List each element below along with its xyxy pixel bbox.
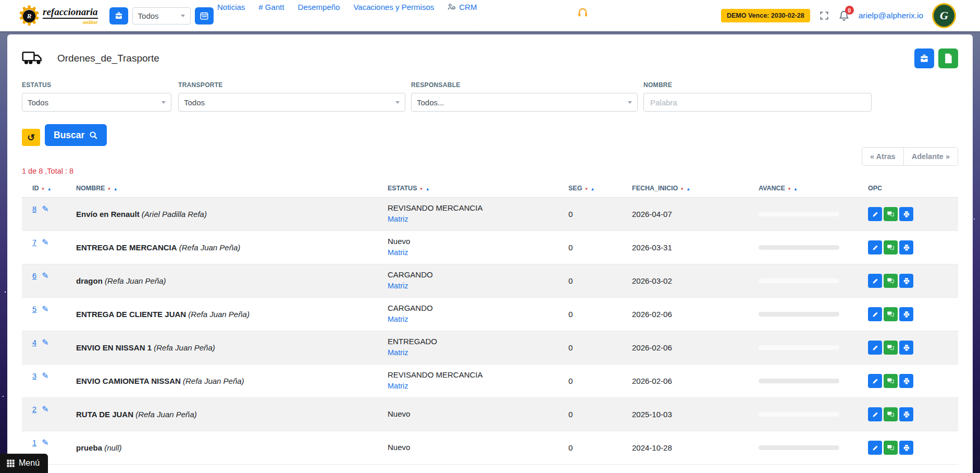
order-id-link[interactable]: 4 (32, 338, 36, 347)
col-header-avance[interactable]: AVANCE▼ ▲ (756, 180, 866, 198)
chevron-down-icon (395, 101, 400, 104)
branch-link[interactable]: Matriz (388, 248, 408, 257)
table-row: 8 ✎ Envío en Renault (Ariel Padilla Refa… (22, 198, 958, 231)
print-button[interactable] (899, 207, 913, 221)
col-header-fecha-inicio[interactable]: FECHA_INICIO▼ ▲ (630, 180, 756, 198)
edit-pencil-icon[interactable]: ✎ (42, 305, 48, 313)
comments-button[interactable] (884, 207, 898, 221)
filter-responsable-select[interactable]: Todos... (411, 93, 638, 112)
edit-pencil-icon[interactable]: ✎ (42, 204, 48, 213)
edit-order-button[interactable] (868, 274, 882, 288)
navbar-filter-select[interactable]: Todos (132, 7, 191, 25)
comments-button[interactable] (884, 307, 898, 321)
print-button[interactable] (899, 274, 913, 288)
edit-order-button[interactable] (868, 341, 882, 355)
nombre-search-input[interactable] (643, 93, 872, 112)
col-header-estatus[interactable]: ESTATUS▼ ▲ (386, 180, 566, 198)
filter-transporte-label: TRANSPORTE (178, 81, 405, 89)
order-id-link[interactable]: 5 (32, 305, 36, 313)
sort-asc-icon[interactable]: ▲ (114, 187, 118, 191)
branch-link[interactable]: Matriz (388, 215, 408, 223)
print-report-button[interactable] (914, 48, 934, 68)
print-button[interactable] (899, 307, 913, 321)
edit-pencil-icon[interactable]: ✎ (42, 238, 48, 247)
order-id-link[interactable]: 2 (32, 405, 36, 414)
edit-order-button[interactable] (868, 441, 882, 455)
sort-desc-icon[interactable]: ▼ (584, 187, 589, 191)
edit-pencil-icon[interactable]: ✎ (42, 271, 48, 280)
sort-desc-icon[interactable]: ▼ (107, 187, 112, 191)
toolbox-icon (114, 11, 123, 20)
filter-nombre-label: NOMBRE (643, 81, 872, 89)
brand-logo[interactable]: ⚙ R refaccionaria online (16, 0, 98, 31)
comments-button[interactable] (884, 240, 898, 254)
nav-link-gantt[interactable]: # Gantt (258, 3, 284, 11)
edit-order-button[interactable] (868, 240, 882, 254)
export-file-button[interactable] (938, 48, 958, 68)
comments-button[interactable] (884, 341, 898, 355)
menu-button[interactable]: Menú (0, 454, 48, 473)
comments-button[interactable] (884, 274, 898, 288)
edit-order-button[interactable] (868, 207, 882, 221)
sort-desc-icon[interactable]: ▼ (41, 187, 46, 191)
print-button[interactable] (899, 374, 913, 388)
sort-asc-icon[interactable]: ▲ (426, 187, 430, 191)
comments-button[interactable] (884, 441, 898, 455)
branch-link[interactable]: Matriz (388, 282, 408, 290)
comments-button[interactable] (884, 374, 898, 388)
col-header-seg[interactable]: SEG▼ ▲ (566, 180, 630, 198)
reset-filters-button[interactable]: ↺ (22, 129, 40, 146)
user-email-link[interactable]: arielp@alpherix.io (859, 11, 923, 20)
branch-link[interactable]: Matriz (388, 348, 408, 357)
edit-order-button[interactable] (868, 307, 882, 321)
print-button[interactable] (899, 441, 913, 455)
org-logo[interactable]: G (932, 3, 956, 28)
progress-bar (759, 412, 839, 417)
sort-asc-icon[interactable]: ▲ (686, 187, 691, 191)
print-button[interactable] (899, 341, 913, 355)
order-id-link[interactable]: 7 (32, 238, 36, 247)
sort-asc-icon[interactable]: ▲ (47, 187, 52, 191)
branch-link[interactable]: Matriz (388, 382, 408, 390)
branch-link[interactable]: Matriz (388, 315, 408, 323)
order-id-link[interactable]: 8 (32, 205, 36, 213)
buscar-button[interactable]: Buscar (45, 124, 107, 146)
print-button[interactable] (899, 407, 913, 421)
notifications-bell[interactable]: 0 (838, 9, 850, 22)
col-header-nombre[interactable]: NOMBRE▼ ▲ (74, 180, 386, 198)
edit-pencil-icon[interactable]: ✎ (42, 438, 48, 447)
sort-desc-icon[interactable]: ▼ (419, 187, 424, 191)
order-id-link[interactable]: 6 (32, 272, 36, 280)
order-id-link[interactable]: 3 (32, 372, 36, 380)
fullscreen-icon[interactable] (819, 10, 829, 21)
prev-page-button[interactable]: « Atras (862, 148, 904, 165)
sort-asc-icon[interactable]: ▲ (793, 187, 798, 191)
nav-link-vacaciones[interactable]: Vacaciones y Permisos (353, 3, 434, 11)
edit-pencil-icon[interactable]: ✎ (42, 371, 48, 380)
demo-expiry-badge: DEMO Vence: 2030-02-28 (721, 9, 810, 22)
nav-link-noticias[interactable]: Noticias (217, 3, 245, 11)
filter-transporte-select[interactable]: Todos (178, 93, 405, 112)
sort-desc-icon[interactable]: ▼ (680, 187, 685, 191)
toolbox-button[interactable] (109, 7, 128, 25)
edit-pencil-icon[interactable]: ✎ (42, 338, 48, 347)
nav-link-crm[interactable]: CRM (448, 3, 477, 11)
printer-icon (903, 244, 910, 251)
edit-order-button[interactable] (868, 407, 882, 421)
comments-button[interactable] (884, 407, 898, 421)
printer-icon (903, 211, 910, 218)
edit-order-button[interactable] (868, 374, 882, 388)
calendar-button[interactable] (195, 7, 214, 25)
next-page-button[interactable]: Adelante » (904, 148, 958, 165)
edit-pencil-icon[interactable]: ✎ (42, 405, 48, 414)
sort-desc-icon[interactable]: ▼ (787, 187, 792, 191)
filter-estatus-select[interactable]: Todos (22, 93, 171, 112)
top-navbar: ⚙ R refaccionaria online Todos Noticias … (0, 0, 980, 31)
support-headset-icon[interactable] (577, 7, 588, 18)
sort-asc-icon[interactable]: ▲ (591, 187, 596, 191)
printer-icon (903, 311, 910, 318)
nav-link-desempeno[interactable]: Desempeño (298, 3, 340, 11)
order-id-link[interactable]: 1 (32, 439, 36, 447)
print-button[interactable] (899, 240, 913, 254)
col-header-id[interactable]: ID▼ ▲ (22, 180, 74, 198)
